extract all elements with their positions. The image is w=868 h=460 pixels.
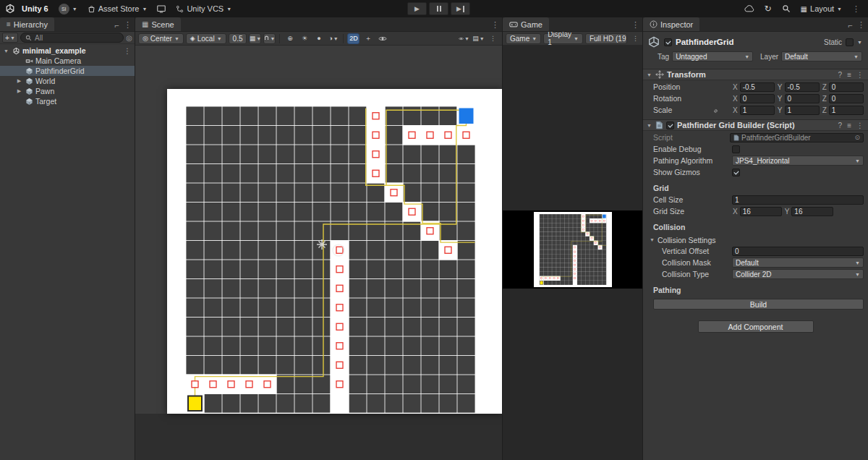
component-enabled-checkbox[interactable] bbox=[666, 122, 674, 129]
tab-game[interactable]: Game bbox=[503, 17, 549, 31]
scene-row-menu[interactable]: ⋮ bbox=[124, 46, 132, 55]
cell-size-field[interactable]: 1 bbox=[732, 195, 864, 205]
build-button[interactable]: Build bbox=[653, 299, 864, 310]
snap-increment-field[interactable]: 0.5 bbox=[229, 33, 247, 44]
scene-effects-dropdown[interactable]: ◑▼ bbox=[327, 33, 339, 44]
collision-settings-foldout[interactable]: ▼ Collision Settings bbox=[643, 235, 868, 244]
hierarchy-search-input[interactable]: All bbox=[20, 33, 124, 43]
rotation-z-field[interactable]: 0 bbox=[829, 94, 864, 103]
static-checkbox[interactable] bbox=[846, 38, 854, 46]
gizmos-dropdown[interactable]: ▤▼ bbox=[472, 33, 485, 44]
unity-vcs-menu[interactable]: Unity VCS▼ bbox=[171, 0, 237, 17]
hierarchy-item-pawn[interactable]: ▶Pawn bbox=[0, 86, 135, 96]
cloud-button[interactable] bbox=[739, 0, 760, 17]
scene-visibility-toggle[interactable] bbox=[376, 33, 388, 44]
game-toolbar-menu[interactable]: ⋮ bbox=[631, 33, 639, 44]
hierarchy-item-world[interactable]: ▶World bbox=[0, 76, 135, 86]
inspector-panel-menu[interactable]: ⋮ bbox=[857, 20, 865, 30]
hierarchy-panel-menu[interactable]: ⋮ bbox=[124, 20, 132, 30]
orientation-dropdown[interactable]: ◈ Local▼ bbox=[186, 33, 226, 44]
dock-icon[interactable]: ⌐ bbox=[115, 21, 119, 30]
script-object-field[interactable]: PathfinderGridBuilder ⊙ bbox=[730, 133, 864, 142]
preset-icon[interactable]: ≡ bbox=[847, 71, 851, 79]
component-menu[interactable]: ⋮ bbox=[856, 122, 864, 129]
position-y-field[interactable]: -0.5 bbox=[785, 82, 820, 92]
show-gizmos-checkbox[interactable] bbox=[732, 169, 740, 176]
hierarchy-scene-row[interactable]: ▼ minimal_example ⋮ bbox=[0, 46, 135, 56]
gizmo-crosshair-button[interactable]: ＋ bbox=[362, 33, 374, 44]
tab-scene[interactable]: ▦ Scene bbox=[135, 17, 181, 31]
step-button[interactable]: ▶ bbox=[451, 2, 470, 15]
vertical-offset-field[interactable]: 0 bbox=[732, 247, 864, 256]
fold-arrow[interactable]: ▼ bbox=[3, 48, 9, 54]
pathing-algorithm-dropdown[interactable]: JPS4_Horizontal▼ bbox=[732, 156, 864, 166]
scale-x-field[interactable]: 1 bbox=[740, 106, 775, 115]
transform-gizmo-icon[interactable] bbox=[316, 237, 348, 258]
position-x-field[interactable]: -0.5 bbox=[740, 82, 775, 92]
hierarchy-item-target[interactable]: Target bbox=[0, 96, 135, 106]
object-picker-icon[interactable]: ⊙ bbox=[854, 134, 860, 141]
scene-canvas[interactable] bbox=[167, 89, 502, 414]
resolution-dropdown[interactable]: Full HD (1920x10 bbox=[585, 33, 627, 44]
scene-lighting-toggle[interactable]: ☀ bbox=[298, 33, 310, 44]
layer-dropdown[interactable]: Default▼ bbox=[781, 51, 862, 61]
account-menu[interactable]: SI▼ bbox=[54, 0, 82, 17]
search-button[interactable] bbox=[777, 0, 796, 17]
help-icon[interactable]: ? bbox=[838, 71, 843, 79]
scale-link-icon[interactable] bbox=[712, 107, 719, 116]
tag-dropdown[interactable]: Untagged▼ bbox=[672, 51, 753, 61]
tab-inspector[interactable]: Inspector bbox=[643, 17, 699, 31]
add-component-button[interactable]: Add Component bbox=[698, 320, 814, 333]
toolbar-kebab-menu[interactable]: ⋮ bbox=[847, 0, 865, 17]
pathfinder-grid[interactable] bbox=[186, 106, 475, 413]
fold-arrow[interactable]: ▼ bbox=[646, 72, 652, 77]
scene-overlay-dropdown[interactable]: ▼ bbox=[458, 33, 470, 44]
display-dropdown[interactable]: Display 1▼ bbox=[543, 33, 583, 44]
scale-z-field[interactable]: 1 bbox=[829, 106, 864, 115]
help-icon[interactable]: ? bbox=[838, 122, 843, 129]
2d-mode-toggle[interactable]: 2D bbox=[347, 33, 359, 44]
scene-audio-toggle[interactable]: ● bbox=[312, 33, 325, 44]
asset-store-menu[interactable]: Asset Store▼ bbox=[82, 0, 153, 17]
hierarchy-item-main-camera[interactable]: Main Camera bbox=[0, 56, 135, 66]
fold-arrow[interactable]: ▶ bbox=[16, 78, 22, 84]
scene-panel-menu[interactable]: ⋮ bbox=[491, 20, 499, 30]
rotation-y-field[interactable]: 0 bbox=[785, 94, 820, 103]
collision-type-dropdown[interactable]: Collider 2D▼ bbox=[732, 269, 864, 279]
active-checkbox[interactable] bbox=[664, 38, 672, 46]
gameobject-cube-icon[interactable] bbox=[647, 35, 660, 48]
undo-history-button[interactable]: ↻ bbox=[760, 0, 777, 17]
transform-component-header[interactable]: ▼ Transform ? ≡ ⋮ bbox=[643, 69, 868, 80]
object-name-field[interactable]: PathfinderGrid bbox=[676, 38, 820, 46]
hierarchy-filter-icon[interactable]: ◎ bbox=[126, 34, 132, 42]
scene-camera-settings-button[interactable]: ⊕ bbox=[284, 33, 296, 44]
position-z-field[interactable]: 0 bbox=[829, 82, 864, 92]
create-object-button[interactable]: +▼ bbox=[2, 33, 18, 43]
pivot-mode-dropdown[interactable]: ◎ Center▼ bbox=[138, 33, 184, 44]
scene-toolbar-menu[interactable]: ⋮ bbox=[487, 33, 499, 44]
play-button[interactable]: ▶ bbox=[407, 2, 427, 15]
hierarchy-item-pathfindergrid[interactable]: PathfinderGrid bbox=[0, 66, 135, 76]
static-dropdown-caret[interactable]: ▼ bbox=[857, 40, 862, 45]
device-simulator-button[interactable] bbox=[152, 0, 171, 17]
tab-hierarchy[interactable]: ≡ Hierarchy bbox=[0, 17, 54, 31]
lock-icon[interactable]: ⌐ bbox=[848, 21, 853, 30]
scene-viewport[interactable] bbox=[135, 46, 502, 460]
preset-icon[interactable]: ≡ bbox=[847, 122, 851, 129]
game-panel-menu[interactable]: ⋮ bbox=[631, 20, 639, 30]
game-viewport[interactable] bbox=[503, 46, 642, 460]
fold-arrow[interactable]: ▶ bbox=[16, 88, 22, 94]
rotation-x-field[interactable]: 0 bbox=[740, 94, 775, 103]
collision-mask-dropdown[interactable]: Default▼ bbox=[732, 257, 864, 268]
game-view-dropdown[interactable]: Game▼ bbox=[506, 33, 541, 44]
grid-snap-dropdown[interactable]: ▦▼ bbox=[249, 33, 261, 44]
pause-button[interactable] bbox=[429, 2, 448, 15]
layout-menu[interactable]: ▦Layout▼ bbox=[796, 0, 847, 17]
fold-arrow[interactable]: ▼ bbox=[646, 123, 652, 128]
script-component-header[interactable]: ▼ Pathfinder Grid Builder (Script) ? ≡ ⋮ bbox=[643, 119, 868, 131]
scale-y-field[interactable]: 1 bbox=[785, 106, 820, 115]
grid-size-y-field[interactable]: 16 bbox=[791, 207, 833, 216]
grid-size-x-field[interactable]: 16 bbox=[740, 207, 782, 216]
enable-debug-checkbox[interactable] bbox=[732, 145, 740, 153]
snap-magnet-dropdown[interactable]: ▼ bbox=[263, 33, 276, 44]
